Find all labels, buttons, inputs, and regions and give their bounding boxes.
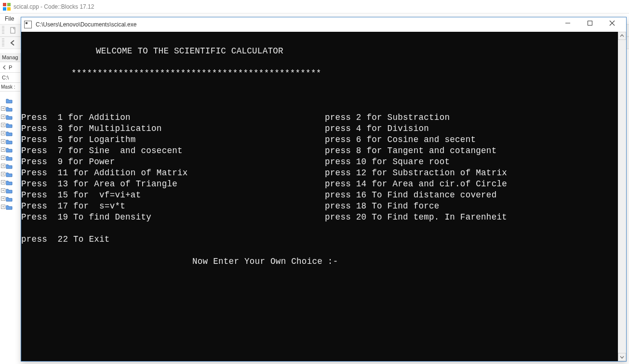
svg-rect-0 (3, 3, 6, 6)
tree-folder-item[interactable]: + (0, 195, 20, 203)
console-window: C:\Users\Lenovo\Documents\scical.exe WEL… (21, 17, 627, 362)
console-menu-left: Press 15 for vf=vi+at (21, 190, 325, 201)
folder-icon (6, 139, 13, 144)
console-menu-row: Press 19 To find Densitypress 20 To Find… (21, 212, 618, 223)
svg-rect-4 (11, 27, 15, 33)
toolbar-grip-icon[interactable] (2, 39, 4, 47)
tree-folder-item[interactable]: + (0, 121, 20, 129)
console-scrollbar[interactable] (618, 32, 626, 361)
console-menu-right: press 18 To Find force (325, 201, 618, 212)
tree-expand-icon[interactable]: + (1, 172, 5, 176)
folder-icon (6, 196, 13, 202)
svg-rect-6 (588, 21, 592, 26)
console-output[interactable]: WELCOME TO THE SCIENTIFIC CALCULATOR ***… (21, 32, 618, 361)
folder-icon (6, 204, 13, 210)
console-prompt-line: Now Enter Your Own Choice :- (21, 256, 618, 267)
tree-folder-item[interactable]: + (0, 178, 20, 186)
maximize-button[interactable] (579, 16, 601, 30)
console-menu-row: Press 9 for Powerpress 10 for Square roo… (21, 156, 618, 168)
console-menu-right: press 14 for Area and cir.of Circle (325, 179, 618, 190)
codeblocks-left-panel: Manag P C:\ Mask : + + + (0, 53, 21, 361)
console-menu-right: press 12 for Substraction of Matrix (325, 168, 618, 179)
tree-expand-icon[interactable]: + (1, 156, 5, 160)
tree-folder-item[interactable]: + (0, 104, 20, 113)
tree-expand-icon[interactable]: + (1, 196, 5, 201)
tree-folder-item[interactable]: + (0, 203, 20, 211)
console-menu-row: Press 5 for Logarithmpress 6 for Cosine … (21, 134, 618, 145)
tab-prev-icon[interactable] (1, 64, 8, 71)
console-menu-row: Press 13 for Area of Trianglepress 14 fo… (21, 179, 618, 190)
tree-expand-icon[interactable]: + (1, 123, 5, 127)
console-menu-right: press 8 for Tangent and cotangent (325, 145, 618, 156)
scroll-down-icon[interactable] (618, 353, 626, 361)
svg-rect-1 (7, 3, 11, 6)
back-arrow-icon[interactable] (8, 38, 18, 48)
console-menu-left: Press 13 for Area of Triangle (21, 179, 325, 190)
drive-selector[interactable]: C:\ (0, 73, 20, 83)
console-menu-left: Press 17 for s=v*t (21, 201, 325, 212)
tree-folder-item[interactable]: + (0, 162, 20, 170)
tree-folder-item[interactable]: + (0, 186, 20, 195)
svg-rect-2 (3, 7, 6, 11)
codeblocks-titlebar: scical.cpp - Code::Blocks 17.12 (0, 0, 629, 13)
folder-icon (6, 180, 13, 185)
tree-folder-item[interactable]: + (0, 170, 20, 178)
new-file-icon[interactable] (8, 26, 18, 35)
tree-folder-item[interactable]: + (0, 137, 20, 145)
toolbar-grip-icon[interactable] (2, 26, 4, 35)
tree-expand-icon[interactable]: + (1, 180, 5, 184)
management-panel-header: Manag (0, 53, 20, 62)
folder-icon (6, 106, 13, 112)
console-title-text: C:\Users\Lenovo\Documents\scical.exe (36, 21, 557, 28)
tree-expand-icon[interactable]: + (1, 164, 5, 168)
folder-icon (6, 114, 13, 120)
folder-open-icon (6, 98, 13, 104)
folder-icon (6, 163, 13, 169)
tree-expand-icon[interactable]: + (1, 131, 5, 135)
console-menu-left: Press 11 for Addition of Matrix (21, 168, 325, 179)
close-button[interactable] (601, 16, 623, 30)
tree-expand-icon[interactable]: + (1, 205, 5, 209)
console-menu-row: Press 15 for vf=vi+atpress 16 To Find di… (21, 190, 618, 201)
console-menu-right: press 16 To Find distance covered (325, 190, 618, 201)
tree-expand-icon[interactable]: + (1, 188, 5, 193)
tree-folder-item[interactable]: + (0, 129, 20, 137)
svg-rect-3 (7, 7, 11, 11)
management-tab-bar: P (0, 62, 20, 73)
console-body: WELCOME TO THE SCIENTIFIC CALCULATOR ***… (21, 32, 626, 361)
console-menu-row: Press 17 for s=v*tpress 18 To Find force (21, 201, 618, 212)
scroll-track[interactable] (618, 40, 626, 353)
codeblocks-title-text: scical.cpp - Code::Blocks 17.12 (13, 3, 94, 10)
minimize-button[interactable] (557, 16, 579, 30)
folder-icon (6, 130, 13, 136)
tree-expand-icon[interactable]: + (1, 115, 5, 119)
console-exit-line: press 22 To Exit (21, 234, 618, 245)
console-app-icon (24, 21, 32, 28)
tree-expand-icon[interactable]: + (1, 139, 5, 143)
console-menu-left: Press 9 for Power (21, 156, 325, 168)
console-menu-row: Press 3 for Multiplicationpress 4 for Di… (21, 123, 618, 134)
console-titlebar[interactable]: C:\Users\Lenovo\Documents\scical.exe (21, 17, 626, 32)
file-tree: + + + + + (0, 91, 20, 211)
tree-expand-icon[interactable]: + (1, 106, 5, 111)
console-menu-left: Press 1 for Addition (21, 112, 325, 123)
window-controls (557, 19, 623, 30)
scroll-up-icon[interactable] (618, 32, 626, 40)
console-menu-right: press 10 for Square root (325, 156, 618, 168)
console-menu-right: press 20 To Find temp. In Farenheit (325, 212, 618, 223)
tree-expand-icon[interactable]: + (1, 147, 5, 152)
console-welcome-line: WELCOME TO THE SCIENTIFIC CALCULATOR (21, 46, 618, 57)
folder-icon (6, 155, 13, 161)
folder-icon (6, 188, 13, 194)
console-menu-row: Press 11 for Addition of Matrixpress 12 … (21, 168, 618, 179)
console-menu-left: Press 5 for Logarithm (21, 134, 325, 145)
tree-folder-item[interactable]: + (0, 154, 20, 162)
menu-file[interactable]: File (3, 14, 16, 23)
console-menu-left: Press 19 To find Density (21, 212, 325, 223)
tab-projects[interactable]: P (9, 65, 12, 70)
console-divider-line: ****************************************… (21, 68, 618, 79)
tree-folder-item[interactable]: + (0, 145, 20, 154)
tree-folder-item[interactable]: + (0, 113, 20, 121)
mask-label: Mask : (0, 83, 20, 91)
tree-root-folder[interactable] (0, 96, 20, 104)
